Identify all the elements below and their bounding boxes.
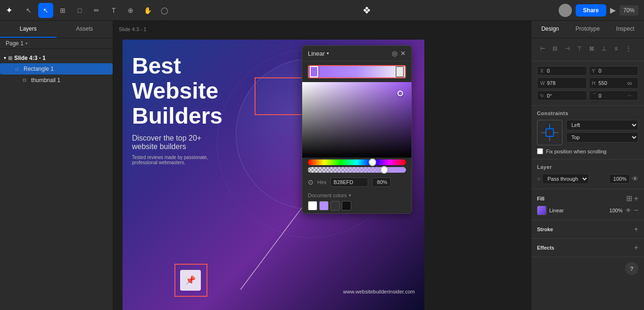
color-picker-cursor [397,91,403,96]
fill-grid-btn[interactable]: ⊞ [626,194,632,203]
constraints-section: Constraints Left [531,106,644,159]
tab-layers[interactable]: Layers [0,21,57,38]
figma-logo-center: ❖ [363,5,371,16]
w-field: W [537,77,587,89]
gradient-stop-right[interactable] [396,66,404,77]
gradient-panel-title[interactable]: Linear ▾ [308,50,329,57]
gradient-close-btn[interactable]: ✕ [400,50,406,57]
gradient-reset-btn[interactable]: ◎ [392,50,397,57]
canvas-url-text: www.websitebuilderinsider.com [343,289,415,294]
layer-group-slide[interactable]: ▾ ⊞ Slide 4:3 - 1 [0,53,113,63]
align-left[interactable]: ⊢ [537,43,548,54]
effects-add-btn[interactable]: + [634,243,638,252]
layer-section-header: Layer [537,164,638,170]
fix-scroll-checkbox[interactable] [537,148,543,154]
gradient-panel-header: Linear ▾ ◎ ✕ [302,46,412,61]
dimensions-section: X Y W H ∞ ↻ [531,61,644,106]
eyedropper-btn[interactable]: ⊙ [308,178,314,186]
swatch-3[interactable] [330,201,340,210]
swatch-2[interactable] [319,201,329,210]
tool-select-arrow[interactable]: ↖ [21,3,36,18]
fill-add-btn[interactable]: + [634,194,638,203]
constraint-h-select[interactable]: Left Right Center Scale Stretch [566,120,638,130]
effects-title: Effects [537,245,554,251]
tool-text[interactable]: T [106,3,121,18]
visibility-toggle[interactable]: 👁 [632,175,638,183]
share-button[interactable]: Share [576,4,606,17]
constraint-visual [537,120,562,145]
layer-item-rectangle[interactable]: □ Rectangle 1 [0,63,113,75]
corner-label: ⌒ [592,92,597,99]
tab-assets[interactable]: Assets [57,21,113,38]
rotation-field: ↻ [537,91,587,101]
effects-header: Effects + [537,243,638,252]
align-right[interactable]: ⊣ [561,43,573,54]
color-picker-area[interactable] [302,82,412,158]
y-input[interactable] [599,68,622,74]
corner-field: ⌒ ··· [589,91,639,101]
fill-remove-btn[interactable]: − [634,206,638,215]
swatch-1[interactable] [308,201,317,210]
distribute-v[interactable]: ⋮ [623,43,634,54]
gradient-stop-left[interactable] [310,66,318,77]
user-avatar [559,4,572,17]
align-center-h[interactable]: ⊟ [549,43,561,54]
fill-color-swatch[interactable] [537,206,546,215]
tool-frame[interactable]: ⊞ [55,3,70,18]
more-options-icon[interactable]: ··· [627,93,631,98]
canvas-text-overlay: Best Website Builders Discover the top 2… [132,54,226,165]
alpha-slider[interactable] [308,167,406,173]
tab-design[interactable]: Design [531,21,569,38]
gradient-bar[interactable] [308,65,406,78]
y-field: Y [589,66,639,75]
fill-title: Fill [537,196,545,201]
tool-pen[interactable]: ✏ [89,3,104,18]
chevron-down-icon: ▾ [327,51,329,56]
fill-visibility-btn[interactable]: 👁 [626,207,631,214]
drag-handle-bottom[interactable]: 📌 [180,270,201,291]
color-hex-row: ⊙ Hex [302,175,412,190]
tab-prototype[interactable]: Prototype [569,21,607,38]
rotation-input[interactable] [547,93,570,99]
tool-components[interactable]: ⊕ [123,3,138,18]
canvas-area[interactable]: Slide 4:3 - 1 Best Website Builders Disc… [113,21,531,310]
tool-hand[interactable]: ✋ [140,3,155,18]
document-colors: Document colors ▾ [302,190,412,213]
rotation-label: ↻ [540,93,545,98]
zoom-level[interactable]: 70% [619,5,638,16]
rectangle-icon: □ [13,65,21,73]
constraint-v-select[interactable]: Top Bottom Center Scale Stretch [566,132,638,142]
present-button[interactable]: ▶ [610,6,616,15]
hue-slider[interactable] [308,159,406,165]
swatch-4[interactable] [342,201,351,210]
hex-input[interactable] [330,177,368,187]
image-icon: ⊡ [21,76,28,84]
layer-name-rectangle: Rectangle 1 [24,66,54,72]
app-logo[interactable]: ✦ [6,5,13,16]
link-proportions-icon[interactable]: ∞ [627,79,632,87]
gradient-bar-container [302,61,412,82]
tool-comment[interactable]: ◯ [157,3,172,18]
stroke-add-btn[interactable]: + [634,225,638,234]
distribute-h[interactable]: ≡ [611,43,622,54]
tool-shape[interactable]: □ [72,3,87,18]
corner-input[interactable] [599,93,622,99]
layer-item-thumbnail[interactable]: ⊡ thumbnail 1 [0,75,113,86]
tool-select-cursor[interactable]: ↖ [38,3,53,18]
align-bottom[interactable]: ⊥ [598,43,610,54]
align-center-v[interactable]: ⊠ [586,43,597,54]
x-input[interactable] [547,68,570,74]
opacity-input[interactable] [372,177,391,187]
fix-scroll-label[interactable]: Fix position when scrolling [546,149,606,154]
w-input[interactable] [547,80,570,86]
opacity-input-layer[interactable] [609,174,630,184]
tab-inspect[interactable]: Inspect [606,21,644,38]
page-selector[interactable]: Page 1 ▾ [0,38,113,49]
help-button[interactable]: ? [625,262,638,275]
align-top[interactable]: ⊤ [574,43,585,54]
h-input[interactable] [599,80,622,86]
doc-colors-label[interactable]: Document colors ▾ [308,193,406,198]
constraint-dropdowns: Left Right Center Scale Stretch Top Bott… [566,120,638,142]
h-label: H [592,81,597,86]
blend-mode-select[interactable]: Pass through Normal Multiply Screen Over… [542,174,589,184]
